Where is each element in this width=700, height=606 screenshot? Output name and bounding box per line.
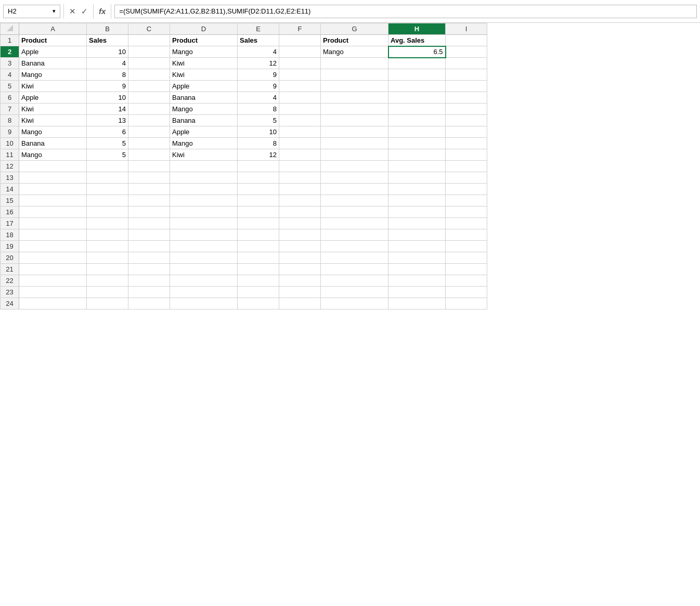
cell-e18[interactable] [238,229,279,241]
cell-b18[interactable] [87,229,128,241]
cell-f18[interactable] [279,229,321,241]
cell-h20[interactable] [388,252,446,264]
cell-h11[interactable] [388,149,446,161]
cell-a11[interactable]: Mango [19,149,87,161]
cell-f22[interactable] [279,275,321,287]
cell-i17[interactable] [446,218,487,229]
cell-f3[interactable] [279,58,321,69]
cancel-icon[interactable]: ✕ [67,6,78,16]
cell-d12[interactable] [170,161,238,172]
dropdown-icon[interactable]: ▾ [53,8,56,15]
cell-f19[interactable] [279,241,321,252]
cell-d16[interactable] [170,207,238,218]
cell-i10[interactable] [446,138,487,149]
cell-a5[interactable]: Kiwi [19,81,87,92]
cell-e11[interactable]: 12 [238,149,279,161]
cell-reference-box[interactable]: H2 ▾ [3,5,60,18]
cell-c5[interactable] [128,81,170,92]
cell-b8[interactable]: 13 [87,115,128,126]
cell-h14[interactable] [388,184,446,195]
cell-f2[interactable] [279,46,321,58]
cell-a10[interactable]: Banana [19,138,87,149]
cell-a19[interactable] [19,241,87,252]
cell-b3[interactable]: 4 [87,58,128,69]
cell-h10[interactable] [388,138,446,149]
cell-a20[interactable] [19,252,87,264]
cell-b17[interactable] [87,218,128,229]
cell-g7[interactable] [321,104,388,115]
cell-i12[interactable] [446,161,487,172]
col-header-b[interactable]: B [87,23,128,35]
cell-c6[interactable] [128,92,170,104]
cell-e22[interactable] [238,275,279,287]
cell-b1[interactable]: Sales [87,35,128,46]
cell-h16[interactable] [388,207,446,218]
cell-f16[interactable] [279,207,321,218]
cell-h21[interactable] [388,264,446,275]
cell-f9[interactable] [279,126,321,138]
cell-g16[interactable] [321,207,388,218]
cell-c3[interactable] [128,58,170,69]
cell-b2[interactable]: 10 [87,46,128,58]
cell-i8[interactable] [446,115,487,126]
cell-d3[interactable]: Kiwi [170,58,238,69]
cell-c21[interactable] [128,264,170,275]
cell-b15[interactable] [87,195,128,207]
cell-i11[interactable] [446,149,487,161]
cell-f20[interactable] [279,252,321,264]
cell-b7[interactable]: 14 [87,104,128,115]
cell-i15[interactable] [446,195,487,207]
cell-b24[interactable] [87,298,128,310]
cell-d9[interactable]: Apple [170,126,238,138]
cell-i18[interactable] [446,229,487,241]
cell-f6[interactable] [279,92,321,104]
cell-a15[interactable] [19,195,87,207]
cell-f17[interactable] [279,218,321,229]
cell-c8[interactable] [128,115,170,126]
cell-f13[interactable] [279,172,321,184]
cell-g8[interactable] [321,115,388,126]
cell-d4[interactable]: Kiwi [170,69,238,81]
cell-a18[interactable] [19,229,87,241]
cell-g21[interactable] [321,264,388,275]
cell-b21[interactable] [87,264,128,275]
cell-d10[interactable]: Mango [170,138,238,149]
cell-d6[interactable]: Banana [170,92,238,104]
cell-c13[interactable] [128,172,170,184]
cell-e24[interactable] [238,298,279,310]
cell-h8[interactable] [388,115,446,126]
fx-icon[interactable]: fx [97,6,108,16]
col-header-d[interactable]: D [170,23,238,35]
cell-i2[interactable] [446,46,487,58]
cell-i6[interactable] [446,92,487,104]
cell-f12[interactable] [279,161,321,172]
cell-f4[interactable] [279,69,321,81]
cell-c15[interactable] [128,195,170,207]
cell-g17[interactable] [321,218,388,229]
cell-h12[interactable] [388,161,446,172]
cell-d21[interactable] [170,264,238,275]
cell-c22[interactable] [128,275,170,287]
cell-e2[interactable]: 4 [238,46,279,58]
cell-f24[interactable] [279,298,321,310]
cell-i22[interactable] [446,275,487,287]
cell-h18[interactable] [388,229,446,241]
cell-e19[interactable] [238,241,279,252]
cell-f15[interactable] [279,195,321,207]
confirm-icon[interactable]: ✓ [79,6,90,16]
cell-a12[interactable] [19,161,87,172]
cell-e23[interactable] [238,287,279,298]
cell-h13[interactable] [388,172,446,184]
cell-c16[interactable] [128,207,170,218]
cell-f21[interactable] [279,264,321,275]
cell-c19[interactable] [128,241,170,252]
cell-g22[interactable] [321,275,388,287]
cell-c1[interactable] [128,35,170,46]
cell-i5[interactable] [446,81,487,92]
cell-i4[interactable] [446,69,487,81]
cell-b22[interactable] [87,275,128,287]
cell-g4[interactable] [321,69,388,81]
cell-g3[interactable] [321,58,388,69]
cell-c11[interactable] [128,149,170,161]
cell-e12[interactable] [238,161,279,172]
